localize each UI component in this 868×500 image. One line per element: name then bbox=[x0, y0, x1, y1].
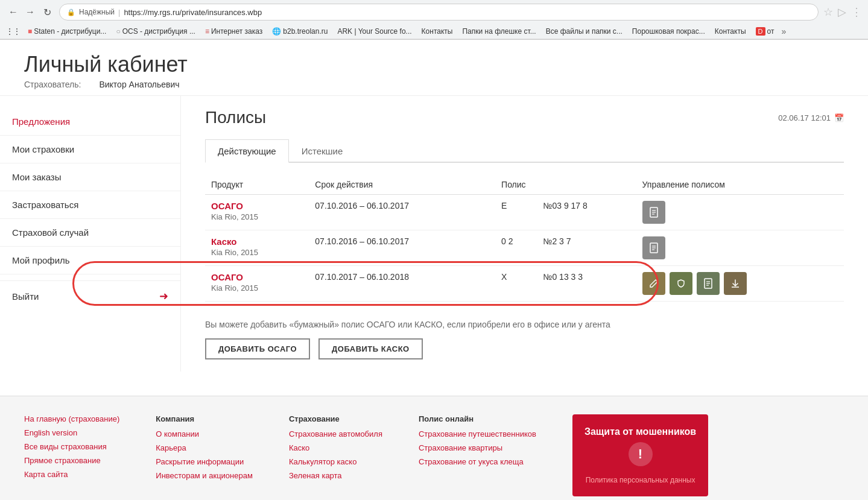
policy-prefix-3: Х bbox=[501, 272, 507, 282]
doc-button-1[interactable] bbox=[642, 201, 665, 224]
policyholder-name: Виктор Анатольевич bbox=[99, 80, 179, 89]
policyholder-label: Страхователь: bbox=[24, 80, 81, 89]
footer-link-auto[interactable]: Страхование автомобиля bbox=[289, 429, 382, 438]
policy-number-1: №03 9 17 8 bbox=[543, 201, 587, 210]
download-button-3[interactable] bbox=[724, 272, 747, 295]
bookmark-3[interactable]: ≡ Интернет заказ bbox=[203, 26, 265, 37]
table-row: Каско Kia Rio, 2015 07.10.2016 – 06.10.2… bbox=[205, 230, 844, 266]
footer-col-3-title: Страхование bbox=[289, 414, 382, 423]
sidebar-item-moistrakhovki[interactable]: Мои страховки bbox=[0, 136, 180, 163]
policy-number-3: №0 13 3 3 bbox=[543, 272, 583, 282]
footer-link-travel[interactable]: Страхование путешественников bbox=[419, 429, 536, 438]
sidebar-item-zastrakhovatsya[interactable]: Застраховаться bbox=[0, 191, 180, 219]
footer-link-tick[interactable]: Страхование от укуса клеща bbox=[419, 457, 536, 466]
footer-col-2: Компания О компании Карьера Раскрытие ин… bbox=[156, 414, 253, 496]
bookmark-2[interactable]: ○ OCS - дистрибуция ... bbox=[113, 26, 198, 37]
policy-name-1[interactable]: ОСАГО bbox=[211, 201, 303, 211]
footer-col-4-title: Полис онлайн bbox=[419, 414, 536, 423]
footer-link-main[interactable]: На главную (страхование) bbox=[24, 414, 119, 423]
main-content: Полисы 02.06.17 12:01 📅 Действующие Исте… bbox=[181, 96, 868, 372]
footer-link-kasko[interactable]: Каско bbox=[289, 443, 382, 452]
bookmark-7[interactable]: Папки на флешке ст... bbox=[460, 26, 538, 37]
sidebar-label-moistrakhovki: Мои страховки bbox=[12, 144, 74, 154]
bookmark-4[interactable]: 🌐 b2b.treolan.ru bbox=[270, 26, 330, 37]
bookmark-6[interactable]: Контакты bbox=[419, 26, 455, 37]
footer-promo-link[interactable]: Политика персональных данных bbox=[586, 476, 695, 484]
policy-prefix-2: 0 2 bbox=[501, 236, 513, 246]
bookmark-9[interactable]: Порошковая покрас... bbox=[630, 26, 708, 37]
policy-name-3[interactable]: ОСАГО bbox=[211, 272, 303, 282]
footer-links-2: О компании Карьера Раскрытие информации … bbox=[156, 429, 253, 480]
footer: На главную (страхование) English version… bbox=[0, 396, 868, 500]
bookmark-8[interactable]: Все файлы и папки с... bbox=[543, 26, 625, 37]
col-product: Продукт bbox=[205, 175, 309, 195]
footer-link-calculator[interactable]: Калькулятор каско bbox=[289, 457, 382, 466]
actions-cell-1 bbox=[642, 201, 838, 224]
date-text: 02.06.17 12:01 bbox=[778, 113, 831, 122]
add-kasko-button[interactable]: ДОБАВИТЬ КАСКО bbox=[318, 338, 423, 359]
footer-link-sitemap[interactable]: Карта сайта bbox=[24, 470, 119, 479]
sidebar-logout-button[interactable]: Выйти ➜ bbox=[0, 280, 180, 311]
footer-link-about[interactable]: О компании bbox=[156, 429, 253, 438]
sidebar-item-moizakazy[interactable]: Мои заказы bbox=[0, 163, 180, 191]
sidebar-item-moy-profil[interactable]: Мой профиль bbox=[0, 247, 180, 274]
calendar-icon[interactable]: 📅 bbox=[834, 113, 844, 122]
footer-link-career[interactable]: Карьера bbox=[156, 443, 253, 452]
footer-link-direct[interactable]: Прямое страхование bbox=[24, 456, 119, 465]
footer-link-english[interactable]: English version bbox=[24, 428, 119, 437]
bookmarks-bar: ⋮⋮ ■ Staten - дистрибуци... ○ OCS - дист… bbox=[0, 24, 868, 39]
bookmark-apps[interactable]: ⋮⋮ bbox=[6, 27, 21, 36]
refresh-button[interactable]: ↻ bbox=[40, 5, 54, 19]
policies-table: Продукт Срок действия Полис Управление п… bbox=[205, 175, 844, 302]
policy-dates-3: 07.10.2017 – 06.10.2018 bbox=[315, 272, 489, 282]
forward-button[interactable]: → bbox=[23, 5, 37, 19]
content-date: 02.06.17 12:01 📅 bbox=[778, 113, 844, 122]
doc-button-2[interactable] bbox=[642, 236, 665, 259]
add-osago-button[interactable]: ДОБАВИТЬ ОСАГО bbox=[205, 338, 310, 359]
secure-icon: 🔒 bbox=[67, 8, 75, 16]
main-layout: Предложения Мои страховки Мои заказы Зас… bbox=[0, 96, 868, 372]
policy-name-2[interactable]: Каско bbox=[211, 236, 303, 247]
footer-link-apartment[interactable]: Страхование квартиры bbox=[419, 443, 536, 452]
secure-label: Надёжный bbox=[79, 8, 115, 16]
sidebar-label-zastrakhovatsya: Застраховаться bbox=[12, 200, 78, 210]
page-subtitle: Страхователь: Виктор Анатольевич bbox=[24, 80, 844, 89]
col-dates: Срок действия bbox=[309, 175, 495, 195]
logout-label: Выйти bbox=[12, 291, 39, 302]
bookmark-11[interactable]: D от bbox=[753, 26, 777, 37]
footer-links-3: Страхование автомобиля Каско Калькулятор… bbox=[289, 429, 382, 480]
footer-link-greencard[interactable]: Зеленая карта bbox=[289, 471, 382, 480]
policy-dates-2: 07.10.2016 – 06.10.2017 bbox=[315, 236, 489, 246]
sidebar-label-moizakazy: Мои заказы bbox=[12, 172, 62, 182]
footer-links-1: На главную (страхование) English version… bbox=[24, 414, 119, 479]
footer-link-allinsurance[interactable]: Все виды страхования bbox=[24, 442, 119, 451]
bookmark-1[interactable]: ■ Staten - дистрибуци... bbox=[25, 26, 109, 37]
tabs: Действующие Истекшие bbox=[205, 139, 844, 163]
shield-button-3[interactable] bbox=[670, 272, 692, 295]
edit-button-3[interactable] bbox=[642, 272, 665, 295]
pdf-button-3[interactable] bbox=[697, 272, 720, 295]
bookmark-5[interactable]: ARK | Your Source fo... bbox=[335, 26, 414, 37]
footer-link-investors[interactable]: Инвесторам и акционерам bbox=[156, 471, 253, 480]
url-bar[interactable]: 🔒 Надёжный | https://my.rgs.ru/private/i… bbox=[59, 4, 819, 21]
sidebar-item-strakhovoy-sluchay[interactable]: Страховой случай bbox=[0, 219, 180, 247]
browser-chrome: ← → ↻ 🔒 Надёжный | https://my.rgs.ru/pri… bbox=[0, 0, 868, 40]
footer-inner: На главную (страхование) English version… bbox=[24, 414, 844, 496]
more-bookmarks[interactable]: » bbox=[781, 27, 786, 36]
sidebar-label-moy-profil: Мой профиль bbox=[12, 255, 70, 265]
tab-active[interactable]: Действующие bbox=[205, 139, 289, 163]
sidebar-item-predlozheniya[interactable]: Предложения bbox=[0, 108, 180, 136]
back-button[interactable]: ← bbox=[6, 5, 21, 19]
policy-number-2: №2 3 7 bbox=[543, 236, 571, 246]
bookmark-10[interactable]: Контакты bbox=[712, 26, 749, 37]
col-policy: Полис bbox=[495, 175, 636, 195]
footer-promo[interactable]: Защита от мошенников ! Политика персонал… bbox=[572, 414, 708, 496]
content-header: Полисы 02.06.17 12:01 📅 bbox=[205, 108, 844, 127]
cast-icon[interactable]: ▷ bbox=[838, 5, 846, 19]
footer-col-2-title: Компания bbox=[156, 414, 253, 423]
policy-car-1: Kia Rio, 2015 bbox=[211, 212, 303, 221]
footer-link-disclosure[interactable]: Раскрытие информации bbox=[156, 457, 253, 466]
star-icon[interactable]: ☆ bbox=[823, 5, 833, 19]
menu-icon[interactable]: ⋮ bbox=[851, 5, 862, 19]
tab-expired[interactable]: Истекшие bbox=[289, 139, 356, 163]
